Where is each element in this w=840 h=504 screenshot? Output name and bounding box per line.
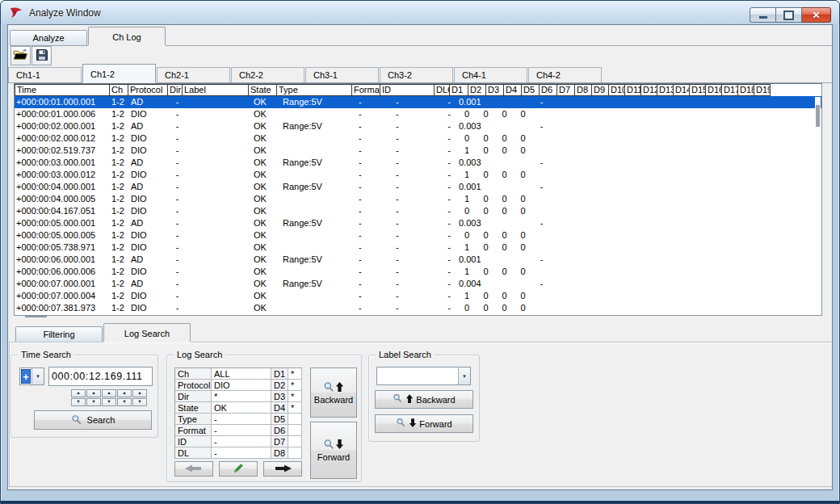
table-row[interactable]: +000:00:03.000.0121-2DIO-OK---1000: [15, 169, 821, 181]
column-header-type[interactable]: Type: [276, 84, 352, 96]
spin-up-icon[interactable]: ▲: [71, 389, 86, 397]
log-search-backward-button[interactable]: Backward: [310, 368, 357, 418]
tab-ch3-1[interactable]: Ch3-1: [305, 67, 379, 82]
column-header-d14[interactable]: D14: [673, 84, 690, 96]
close-button[interactable]: ✕: [802, 7, 831, 23]
table-row[interactable]: +000:00:05.000.0051-2DIO-OK---0000: [15, 229, 821, 242]
condition-dvalue[interactable]: [288, 436, 302, 447]
column-header-format[interactable]: Format: [351, 84, 380, 96]
condition-value[interactable]: -: [212, 436, 271, 447]
table-row[interactable]: +000:00:07.000.0041-2DIO-OK---1000: [15, 290, 821, 302]
save-button[interactable]: [32, 46, 52, 65]
column-header-d10[interactable]: D10: [608, 84, 625, 96]
column-header-d5[interactable]: D5: [521, 84, 540, 96]
column-header-dir[interactable]: Dir: [167, 84, 183, 96]
table-row[interactable]: +000:00:02.000.0121-2DIO-OK---0000: [15, 132, 821, 145]
condition-dvalue[interactable]: [288, 414, 302, 425]
tab-ch2-2[interactable]: Ch2-2: [231, 67, 304, 82]
column-header-d8[interactable]: D8: [574, 84, 592, 96]
spin-up-icon[interactable]: ▲: [102, 389, 116, 397]
tab-ch2-1[interactable]: Ch2-1: [157, 67, 230, 82]
table-row[interactable]: +000:00:06.000.0061-2DIO-OK---1000: [15, 266, 821, 278]
label-search-select[interactable]: ▼: [376, 367, 471, 385]
table-row[interactable]: +000:00:07.000.0011-2AD-OKRange:5V---0.0…: [15, 278, 821, 290]
condition-dvalue[interactable]: [288, 425, 302, 436]
table-row[interactable]: +000:00:04.167.0511-2DIO-OK---0000: [15, 205, 821, 217]
table-row[interactable]: +000:00:07.381.9731-2DIO-OK---0000: [15, 302, 821, 314]
column-header-d9[interactable]: D9: [591, 84, 609, 96]
table-row[interactable]: +000:00:04.000.0011-2AD-OKRange:5V---0.0…: [15, 181, 821, 193]
tab-analyze[interactable]: Analyze: [10, 30, 87, 45]
tab-ch4-1[interactable]: Ch4-1: [454, 67, 527, 82]
column-header-protocol[interactable]: Protocol: [128, 84, 168, 96]
column-header-d11[interactable]: D11: [624, 84, 641, 96]
column-header-d3[interactable]: D3: [485, 84, 504, 96]
next-condition-button[interactable]: [263, 461, 302, 477]
restore-button[interactable]: [776, 7, 802, 23]
column-header-time[interactable]: Time: [15, 84, 110, 96]
column-header-d6[interactable]: D6: [539, 84, 557, 96]
spin-down-icon[interactable]: ▼: [132, 398, 147, 406]
prev-condition-button[interactable]: [174, 461, 213, 477]
log-search-forward-button[interactable]: Forward: [310, 422, 357, 479]
column-header-d2[interactable]: D2: [468, 84, 486, 96]
column-header-d17[interactable]: D17: [721, 84, 738, 96]
column-header-d19[interactable]: D19: [754, 84, 771, 96]
column-header-d7[interactable]: D7: [556, 84, 575, 96]
table-row[interactable]: +000:00:01.000.0011-2AD-OKRange:5V---0.0…: [15, 96, 821, 108]
column-header-dlc[interactable]: DLC: [434, 84, 450, 96]
condition-value[interactable]: -: [212, 425, 271, 436]
tab-filtering[interactable]: Filtering: [15, 326, 103, 342]
edit-condition-button[interactable]: [219, 461, 258, 477]
column-header-label[interactable]: Label: [182, 84, 249, 96]
condition-value[interactable]: OK: [212, 402, 271, 414]
tab-ch-log[interactable]: Ch Log: [88, 27, 166, 45]
column-header-d16[interactable]: D16: [705, 84, 722, 96]
condition-dvalue[interactable]: *: [288, 368, 302, 380]
condition-value[interactable]: -: [212, 414, 271, 425]
label-search-backward-button[interactable]: Backward: [375, 390, 473, 409]
column-header-d18[interactable]: D18: [737, 84, 754, 96]
spin-down-icon[interactable]: ▼: [71, 398, 86, 406]
table-row[interactable]: +000:00:06.000.0011-2AD-OKRange:5V---0.0…: [15, 254, 821, 266]
chevron-down-icon[interactable]: ▼: [458, 368, 470, 384]
table-row[interactable]: +000:00:03.000.0011-2AD-OKRange:5V---0.0…: [15, 157, 821, 169]
column-header-d4[interactable]: D4: [503, 84, 522, 96]
table-row[interactable]: +000:00:05.000.0011-2AD-OKRange:5V---0.0…: [15, 217, 821, 229]
column-header-d15[interactable]: D15: [689, 84, 706, 96]
condition-dvalue[interactable]: *: [288, 402, 302, 414]
condition-dvalue[interactable]: [288, 447, 302, 459]
tab-ch1-1[interactable]: Ch1-1: [8, 67, 82, 82]
spin-up-icon[interactable]: ▲: [132, 389, 147, 397]
time-direction-select[interactable]: + ▼: [19, 368, 44, 385]
time-search-button[interactable]: Search: [34, 410, 152, 430]
condition-value[interactable]: *: [212, 391, 271, 402]
tab-ch1-2[interactable]: Ch1-2: [82, 64, 156, 82]
table-row[interactable]: +000:00:04.000.0051-2DIO-OK---1000: [15, 193, 821, 205]
condition-value[interactable]: -: [212, 447, 271, 459]
minimize-button[interactable]: [750, 7, 776, 23]
table-row[interactable]: +000:00:05.738.9711-2DIO-OK---1000: [15, 242, 821, 254]
spin-up-icon[interactable]: ▲: [86, 389, 101, 397]
chevron-down-icon[interactable]: ▼: [32, 368, 44, 384]
open-file-button[interactable]: [10, 46, 31, 65]
column-header-d1[interactable]: D1: [449, 84, 468, 96]
table-row[interactable]: +000:00:02.000.0011-2AD-OKRange:5V---0.0…: [15, 120, 821, 132]
tab-ch4-2[interactable]: Ch4-2: [528, 67, 602, 82]
condition-dvalue[interactable]: *: [288, 391, 302, 402]
column-header-ch[interactable]: Ch: [109, 84, 128, 96]
tab-ch3-2[interactable]: Ch3-2: [380, 67, 453, 82]
table-row[interactable]: +000:00:01.000.0061-2DIO-OK---0000: [15, 108, 821, 120]
time-search-input[interactable]: [48, 367, 153, 386]
spin-up-icon[interactable]: ▲: [117, 389, 132, 397]
tab-log-search[interactable]: Log Search: [103, 323, 191, 342]
table-row[interactable]: +000:00:02.519.7371-2DIO-OK---1000: [15, 145, 821, 157]
scrollbar-thumb[interactable]: [816, 105, 820, 127]
vertical-scrollbar[interactable]: [815, 97, 821, 313]
splitter-handle[interactable]: [25, 315, 47, 317]
label-search-forward-button[interactable]: Forward: [375, 414, 473, 433]
condition-value[interactable]: ALL: [212, 368, 271, 380]
condition-dvalue[interactable]: *: [288, 380, 302, 391]
column-header-state[interactable]: State: [248, 84, 277, 96]
spin-down-icon[interactable]: ▼: [102, 398, 116, 406]
